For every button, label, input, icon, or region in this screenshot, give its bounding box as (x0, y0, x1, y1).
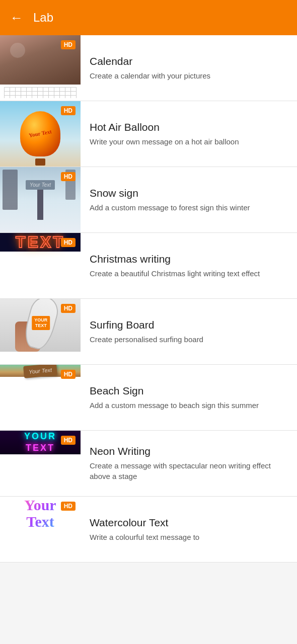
app-header: ← Lab (0, 0, 297, 35)
watercolour-text-viz: YourText (24, 497, 56, 530)
item-text-snow: Snow sign Add a custom message to forest… (81, 180, 297, 220)
thumbnail-balloon: Your Text HD (0, 101, 81, 167)
item-title: Surfing Board (90, 319, 288, 331)
list-item[interactable]: HD Calendar Create a calendar with your … (0, 35, 297, 101)
beach-sign-text: Your Text (23, 365, 57, 378)
list-item[interactable]: TEXT HD Christmas writing Create a beaut… (0, 233, 297, 299)
balloon-text-viz: Your Text (28, 129, 52, 139)
item-desc: Create a beautiful Christmas light writi… (90, 268, 288, 279)
list-item[interactable]: YOUR TEXT HD Surfing Board Create person… (0, 299, 297, 365)
thumbnail-calendar: HD (0, 35, 81, 101)
item-title: Neon Writing (90, 445, 288, 457)
item-title: Beach Sign (90, 385, 288, 397)
surfboard-text: YOUR TEXT (32, 316, 50, 330)
snow-sign-text: Your Text (26, 180, 55, 190)
list-item[interactable]: YOUR TEXT HD Neon Writing Create a messa… (0, 431, 297, 497)
item-text-calendar: Calendar Create a calendar with your pic… (81, 48, 297, 88)
hd-badge: HD (61, 172, 76, 181)
item-title: Snow sign (90, 187, 288, 199)
thumbnail-christmas: TEXT HD (0, 233, 81, 298)
item-desc: Create a message with spectacular neon w… (90, 460, 288, 481)
list-item[interactable]: Your Text HD Hot Air Balloon Write your … (0, 101, 297, 167)
item-text-watercolour: Watercolour Text Write a colourful text … (81, 510, 297, 549)
neon-text-viz: YOUR TEXT (24, 431, 56, 454)
hd-badge: HD (61, 106, 76, 115)
item-title: Calendar (90, 55, 288, 67)
item-desc: Write your own message on a hot air ball… (90, 136, 288, 147)
item-text-balloon: Hot Air Balloon Write your own message o… (81, 114, 297, 154)
list-item[interactable]: Your Text HD Beach Sign Add a custom mes… (0, 365, 297, 431)
item-desc: Create a calendar with your pictures (90, 70, 288, 81)
item-text-beach: Beach Sign Add a custom message to beach… (81, 378, 297, 418)
item-title: Christmas writing (90, 253, 288, 265)
page-title: Lab (33, 11, 53, 25)
hd-badge: HD (61, 370, 76, 379)
thumbnail-beach: Your Text HD (0, 365, 81, 430)
back-button[interactable]: ← (10, 10, 23, 26)
item-list: HD Calendar Create a calendar with your … (0, 35, 297, 562)
thumbnail-neon: YOUR TEXT HD (0, 431, 81, 496)
item-desc: Write a colourful text message to (90, 532, 288, 542)
hd-badge: HD (61, 304, 76, 313)
thumbnail-snow: Your Text HD (0, 167, 81, 232)
item-text-christmas: Christmas writing Create a beautiful Chr… (81, 246, 297, 286)
list-item[interactable]: YourText HD Watercolour Text Write a col… (0, 497, 297, 562)
item-desc: Add a custom message to beach sign this … (90, 400, 288, 411)
list-item[interactable]: Your Text HD Snow sign Add a custom mess… (0, 167, 297, 233)
thumbnail-watercolour: YourText HD (0, 497, 81, 562)
christmas-text-viz: TEXT (16, 233, 65, 252)
hd-badge: HD (61, 40, 76, 49)
item-desc: Add a custom message to forest sign this… (90, 202, 288, 213)
item-title: Watercolour Text (90, 517, 288, 529)
item-title: Hot Air Balloon (90, 121, 288, 133)
hd-badge: HD (61, 238, 76, 247)
item-text-neon: Neon Writing Create a message with spect… (81, 438, 297, 489)
item-desc: Create personalised surfing board (90, 334, 288, 345)
hd-badge: HD (61, 436, 76, 445)
hd-badge: HD (61, 502, 76, 511)
item-text-surfing: Surfing Board Create personalised surfin… (81, 312, 297, 352)
thumbnail-surfing: YOUR TEXT HD (0, 299, 81, 364)
